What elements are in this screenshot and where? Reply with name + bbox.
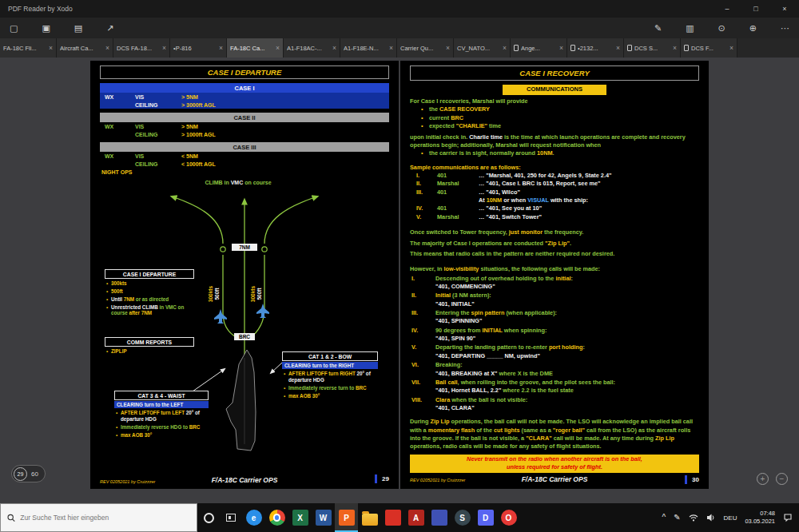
tab-close-icon[interactable]: × bbox=[276, 44, 280, 52]
volume-icon[interactable] bbox=[706, 513, 716, 522]
tab-close-icon[interactable]: × bbox=[616, 44, 620, 52]
wx-label: WX bbox=[105, 153, 135, 159]
vis-value: > 5NM bbox=[181, 94, 384, 100]
lowvis-call-row: IV. 90 degrees from INITIAL when spinnin… bbox=[410, 327, 699, 343]
bullet-item: ▪ Immediately reverse turn to BRC bbox=[282, 385, 378, 391]
share-icon[interactable]: ↗ bbox=[106, 24, 113, 33]
page-indicator[interactable]: 29 60 bbox=[11, 465, 46, 482]
page-footer: REV 02052021 by Cruizzzer F/A-18C Carrie… bbox=[410, 474, 699, 484]
paragraph: For Case I recoveries, Marshal will prov… bbox=[410, 97, 699, 105]
opera-icon[interactable]: O bbox=[497, 503, 520, 532]
document-name: F/A-18C Carrier OPS bbox=[185, 476, 304, 484]
save-icon[interactable]: ▣ bbox=[42, 24, 50, 33]
document-icon bbox=[514, 45, 519, 51]
cortana-button[interactable] bbox=[197, 503, 220, 532]
list-item: • the CASE RECOVERY bbox=[410, 105, 699, 113]
sample-call-row: At 10NM or when VISUAL with the ship: bbox=[410, 197, 699, 204]
language-indicator[interactable]: DEU bbox=[724, 514, 737, 522]
bullet-icon: ▪ bbox=[282, 393, 288, 399]
close-button[interactable]: × bbox=[770, 0, 799, 18]
file-explorer-icon[interactable] bbox=[358, 503, 381, 532]
document-icon bbox=[570, 45, 575, 51]
document-tab[interactable]: •2132... × bbox=[567, 38, 624, 58]
document-tab[interactable]: FA-18C Fli... × bbox=[0, 38, 57, 58]
document-tab[interactable]: Ange... × bbox=[511, 38, 567, 58]
search-doc-icon[interactable]: ⊙ bbox=[718, 24, 725, 33]
window-controls: – □ × bbox=[713, 0, 799, 18]
excel-icon[interactable]: X bbox=[288, 503, 312, 532]
discord-icon[interactable]: D bbox=[474, 503, 497, 532]
tab-close-icon[interactable]: × bbox=[332, 44, 336, 52]
tab-close-icon[interactable]: × bbox=[729, 44, 733, 52]
warning-text: Never transmit on the radio when another… bbox=[410, 455, 699, 463]
current-page[interactable]: 29 bbox=[14, 467, 27, 481]
print-icon[interactable]: ▤ bbox=[74, 24, 82, 33]
tray-expand-button[interactable]: ^ bbox=[662, 514, 666, 522]
action-center-icon[interactable] bbox=[783, 513, 793, 522]
bullet-icon: ▪ bbox=[105, 304, 111, 317]
document-tab[interactable]: A1-F18E-N... × bbox=[340, 38, 397, 58]
pen-icon[interactable]: ✎ bbox=[674, 514, 680, 522]
aircraft-icon bbox=[214, 309, 227, 324]
wifi-icon[interactable] bbox=[689, 513, 698, 522]
zoom-tool-icon[interactable]: ⊕ bbox=[749, 24, 757, 33]
acrobat-icon[interactable]: A bbox=[404, 503, 427, 532]
wx-label: WX bbox=[105, 94, 135, 100]
steam-icon[interactable]: S bbox=[451, 503, 474, 532]
xodo-pdf-icon[interactable]: P bbox=[335, 503, 358, 532]
more-options-icon[interactable]: ⋯ bbox=[781, 24, 789, 33]
page-footer: REV 02052021 by Cruizzzer F/A-18C Carrie… bbox=[100, 470, 389, 484]
tab-label: •P-816 bbox=[173, 45, 217, 52]
app-blue-icon[interactable] bbox=[427, 503, 451, 532]
open-file-icon[interactable]: ▢ bbox=[10, 24, 18, 33]
document-tab[interactable]: CV_NATO... × bbox=[454, 38, 511, 58]
document-tab[interactable]: A1-F18AC-... × bbox=[284, 38, 340, 58]
taskbar-search[interactable] bbox=[0, 503, 197, 532]
tab-close-icon[interactable]: × bbox=[559, 44, 563, 52]
document-tab[interactable]: FA-18C Ca... × bbox=[227, 38, 284, 58]
tab-close-icon[interactable]: × bbox=[503, 44, 507, 52]
tab-close-icon[interactable]: × bbox=[219, 44, 223, 52]
search-input[interactable] bbox=[20, 514, 190, 522]
sample-call-row: V. Marshal … "401, Switch Tower" bbox=[410, 213, 699, 221]
paragraph: Once switched to Tower frequency, just m… bbox=[410, 228, 699, 236]
edit-icon[interactable]: ✎ bbox=[654, 24, 662, 33]
tab-label: A1-F18E-N... bbox=[344, 45, 388, 52]
clearing-banner: CLEARING turn to the LEFT bbox=[114, 401, 209, 408]
minimize-button[interactable]: – bbox=[713, 0, 741, 18]
clock[interactable]: 07:48 03.05.2021 bbox=[745, 510, 775, 526]
tab-close-icon[interactable]: × bbox=[105, 44, 109, 52]
bullet-icon: • bbox=[421, 114, 429, 122]
clearing-banner: CLEARING turn to the RIGHT bbox=[282, 362, 378, 369]
document-tab[interactable]: •P-816 × bbox=[170, 38, 227, 58]
word-icon[interactable]: W bbox=[312, 503, 335, 532]
revision-note: REV 02052021 by Cruizzzer bbox=[100, 479, 185, 484]
task-view-button[interactable] bbox=[220, 503, 242, 532]
aircraft-icon bbox=[256, 304, 269, 318]
bullet-icon: • bbox=[421, 122, 429, 130]
communications-header: COMMUNICATIONS bbox=[503, 85, 606, 95]
document-tab[interactable]: DCS S... × bbox=[624, 38, 681, 58]
document-tab[interactable]: Carrier Qu... × bbox=[397, 38, 454, 58]
document-tab[interactable]: DCS F... × bbox=[681, 38, 737, 58]
maximize-button[interactable]: □ bbox=[741, 0, 770, 18]
page-view-icon[interactable]: ▥ bbox=[686, 24, 694, 33]
tab-close-icon[interactable]: × bbox=[389, 44, 393, 52]
tab-close-icon[interactable]: × bbox=[446, 44, 450, 52]
task-view-icon bbox=[226, 514, 236, 522]
tab-close-icon[interactable]: × bbox=[49, 44, 53, 52]
photos-icon[interactable] bbox=[381, 503, 404, 532]
speed-label: 300kts bbox=[208, 286, 213, 303]
bullet-item: ▪ 500ft bbox=[105, 288, 194, 295]
zoom-out-button[interactable]: − bbox=[776, 473, 788, 485]
bullet-item: ▪ Immediately reverse HDG to BRC bbox=[114, 424, 209, 431]
warning-text: unless required for safety of flight. bbox=[410, 463, 699, 471]
chrome-icon[interactable] bbox=[265, 503, 288, 532]
document-tab[interactable]: Aircraft Ca... × bbox=[57, 38, 113, 58]
tab-close-icon[interactable]: × bbox=[162, 44, 166, 52]
edge-icon[interactable]: e bbox=[242, 503, 265, 532]
zoom-in-button[interactable]: + bbox=[757, 473, 769, 485]
tab-label: A1-F18AC-... bbox=[287, 45, 331, 52]
document-tab[interactable]: DCS FA-18... × bbox=[113, 38, 170, 58]
tab-close-icon[interactable]: × bbox=[673, 44, 677, 52]
